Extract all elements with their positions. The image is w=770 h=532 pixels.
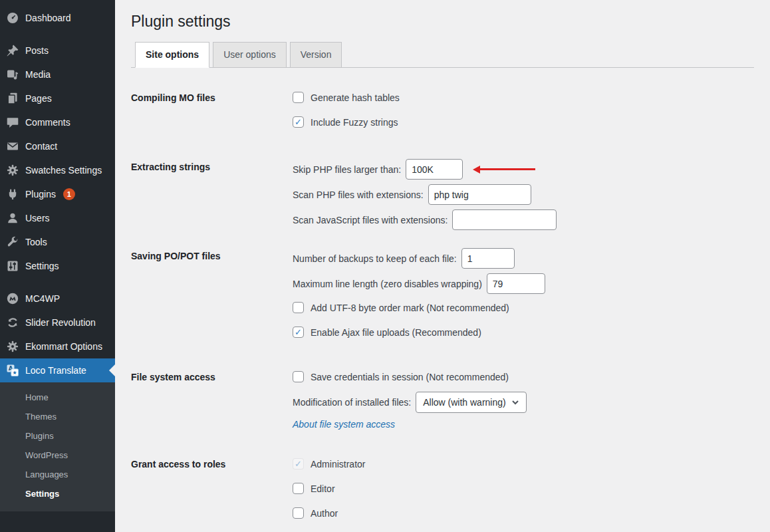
menu-separator bbox=[0, 278, 115, 287]
sidebar-item-pages[interactable]: Pages bbox=[0, 86, 115, 110]
field-scan-js-extensions: Scan JavaScript files with extensions: bbox=[293, 209, 557, 230]
sidebar-item-loco-translate[interactable]: A★ Loco Translate bbox=[0, 358, 115, 382]
section-file-system-access: File system access Save credentials in s… bbox=[131, 369, 754, 430]
page-title: Plugin settings bbox=[131, 11, 754, 35]
sidebar-item-label: MC4WP bbox=[25, 293, 60, 304]
checkbox-box[interactable] bbox=[293, 371, 304, 382]
refresh-icon bbox=[6, 316, 19, 329]
checkbox-box[interactable]: ✓ bbox=[293, 327, 304, 338]
sidebar-item-label: Settings bbox=[25, 261, 59, 271]
checkbox-box[interactable] bbox=[293, 92, 304, 103]
sidebar-item-label: Dashboard bbox=[25, 13, 71, 23]
checkbox-label: Editor bbox=[311, 483, 335, 494]
sidebar-item-swatches-settings[interactable]: Swatches Settings bbox=[0, 158, 115, 182]
checkbox-save-credentials[interactable]: Save credentials in session (Not recomme… bbox=[293, 369, 509, 384]
sidebar-item-label: Media bbox=[25, 69, 51, 80]
sidebar-item-label: Posts bbox=[25, 45, 49, 56]
sidebar-item-tools[interactable]: Tools bbox=[0, 230, 115, 254]
sidebar-item-label: Tools bbox=[25, 237, 47, 247]
submenu-item-wordpress[interactable]: WordPress bbox=[0, 446, 115, 465]
scan-js-extensions-input[interactable] bbox=[452, 209, 557, 230]
sliders-icon bbox=[6, 259, 19, 273]
sidebar-item-users[interactable]: Users bbox=[0, 206, 115, 230]
sidebar-item-settings[interactable]: Settings bbox=[0, 254, 115, 278]
checkbox-label: Generate hash tables bbox=[311, 92, 400, 103]
field-label: Skip PHP files larger than: bbox=[293, 164, 401, 175]
checkbox-label: Include Fuzzy strings bbox=[311, 117, 398, 128]
plugin-icon bbox=[6, 188, 19, 201]
checkbox-role-author[interactable]: Author bbox=[293, 505, 338, 521]
comment-icon bbox=[6, 116, 19, 129]
svg-text:★: ★ bbox=[13, 370, 17, 376]
sidebar-item-label: Ekommart Options bbox=[25, 341, 102, 352]
gear-icon bbox=[6, 164, 19, 177]
checkbox-enable-ajax-uploads[interactable]: ✓ Enable Ajax file uploads (Recommended) bbox=[293, 325, 481, 340]
skip-php-size-input[interactable] bbox=[406, 159, 463, 180]
submenu-item-languages[interactable]: Languages bbox=[0, 465, 115, 484]
section-label: Extracting strings bbox=[131, 159, 293, 172]
sidebar-item-label: Users bbox=[25, 213, 50, 223]
submenu-item-plugins[interactable]: Plugins bbox=[0, 426, 115, 446]
sidebar-item-label: Comments bbox=[25, 117, 70, 128]
tab-user-options[interactable]: User options bbox=[213, 42, 287, 67]
submenu-item-settings[interactable]: Settings bbox=[0, 484, 115, 503]
sidebar-item-posts[interactable]: Posts bbox=[0, 39, 115, 63]
field-modification-of-installed-files: Modification of installed files: Allow (… bbox=[293, 392, 527, 413]
checkbox-box[interactable] bbox=[293, 507, 304, 519]
max-line-length-input[interactable] bbox=[487, 273, 545, 294]
section-saving-po-pot-files: Saving PO/POT files Number of backups to… bbox=[131, 248, 754, 340]
section-grant-access-to-roles: Grant access to roles ✓ Administrator Ed… bbox=[131, 456, 754, 521]
field-label: Scan PHP files with extensions: bbox=[293, 190, 424, 200]
checkbox-label: Enable Ajax file uploads (Recommended) bbox=[311, 327, 481, 338]
wrench-icon bbox=[6, 235, 19, 249]
select-value: Allow (with warning) bbox=[423, 397, 505, 408]
field-scan-php-extensions: Scan PHP files with extensions: bbox=[293, 184, 531, 205]
site-options-form: Compiling MO files Generate hash tables … bbox=[131, 68, 754, 521]
sidebar-item-plugins[interactable]: Plugins 1 bbox=[0, 182, 115, 206]
field-skip-php-files: Skip PHP files larger than: bbox=[293, 159, 535, 180]
sidebar-item-dashboard[interactable]: Dashboard bbox=[0, 6, 115, 30]
checkbox-generate-hash-tables[interactable]: Generate hash tables bbox=[293, 90, 400, 105]
pages-icon bbox=[6, 92, 19, 105]
plugins-update-badge: 1 bbox=[63, 188, 75, 200]
media-icon bbox=[6, 68, 19, 81]
checkbox-role-administrator: ✓ Administrator bbox=[293, 456, 365, 471]
checkbox-box[interactable] bbox=[293, 302, 304, 313]
checkbox-label: Author bbox=[311, 508, 338, 519]
mc4wp-icon bbox=[6, 292, 19, 305]
checkbox-role-editor[interactable]: Editor bbox=[293, 481, 335, 496]
scan-php-extensions-input[interactable] bbox=[428, 184, 531, 205]
sidebar-item-label: Loco Translate bbox=[25, 365, 86, 376]
checkbox-label: Administrator bbox=[311, 459, 365, 469]
field-number-of-backups: Number of backups to keep of each file: bbox=[293, 248, 515, 269]
sidebar-item-comments[interactable]: Comments bbox=[0, 110, 115, 134]
field-label: Maximum line length (zero disables wrapp… bbox=[293, 279, 482, 289]
about-file-system-access-link[interactable]: About file system access bbox=[293, 419, 395, 430]
checkbox-box[interactable] bbox=[293, 483, 304, 494]
sidebar-item-label: Contact bbox=[25, 141, 57, 152]
sidebar-item-media[interactable]: Media bbox=[0, 63, 115, 86]
modification-select[interactable]: Allow (with warning) bbox=[416, 392, 526, 413]
gear-icon bbox=[6, 340, 19, 353]
current-menu-arrow bbox=[109, 364, 115, 376]
checkbox-include-fuzzy-strings[interactable]: ✓ Include Fuzzy strings bbox=[293, 114, 398, 130]
sidebar-item-slider-revolution[interactable]: Slider Revolution bbox=[0, 311, 115, 334]
backups-count-input[interactable] bbox=[461, 248, 515, 269]
user-icon bbox=[6, 211, 19, 225]
tab-version[interactable]: Version bbox=[290, 42, 342, 67]
tab-site-options[interactable]: Site options bbox=[135, 42, 209, 68]
submenu-item-themes[interactable]: Themes bbox=[0, 407, 115, 426]
sidebar-item-mc4wp[interactable]: MC4WP bbox=[0, 287, 115, 311]
field-maximum-line-length: Maximum line length (zero disables wrapp… bbox=[293, 273, 545, 294]
section-label: File system access bbox=[131, 369, 293, 382]
sidebar-item-ekommart-options[interactable]: Ekommart Options bbox=[0, 334, 115, 358]
envelope-icon bbox=[6, 140, 19, 153]
checkbox-box: ✓ bbox=[293, 458, 304, 469]
submenu-item-home[interactable]: Home bbox=[0, 388, 115, 407]
chevron-down-icon bbox=[511, 398, 519, 406]
checkbox-label: Save credentials in session (Not recomme… bbox=[311, 372, 509, 382]
checkbox-box[interactable]: ✓ bbox=[293, 116, 304, 128]
section-label: Grant access to roles bbox=[131, 456, 293, 469]
sidebar-item-contact[interactable]: Contact bbox=[0, 134, 115, 158]
checkbox-add-utf8-bom[interactable]: Add UTF-8 byte order mark (Not recommend… bbox=[293, 300, 509, 315]
